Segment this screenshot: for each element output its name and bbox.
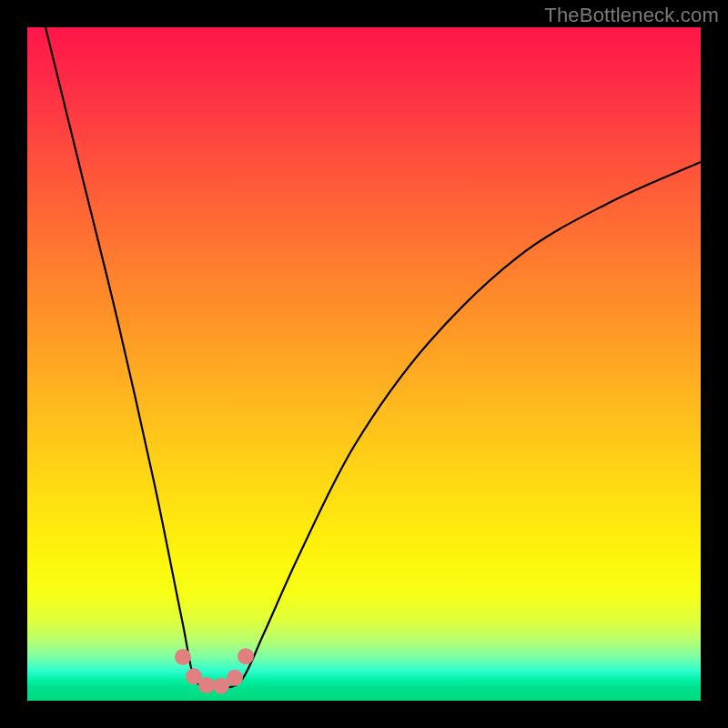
valley-marker	[213, 678, 229, 694]
plot-area	[27, 27, 701, 701]
valley-marker	[238, 648, 254, 664]
watermark-label: TheBottleneck.com	[544, 4, 719, 27]
valley-markers	[27, 27, 701, 701]
valley-marker	[227, 670, 243, 686]
valley-marker	[198, 677, 215, 693]
chart-frame: TheBottleneck.com	[0, 0, 728, 728]
valley-marker	[175, 649, 191, 665]
